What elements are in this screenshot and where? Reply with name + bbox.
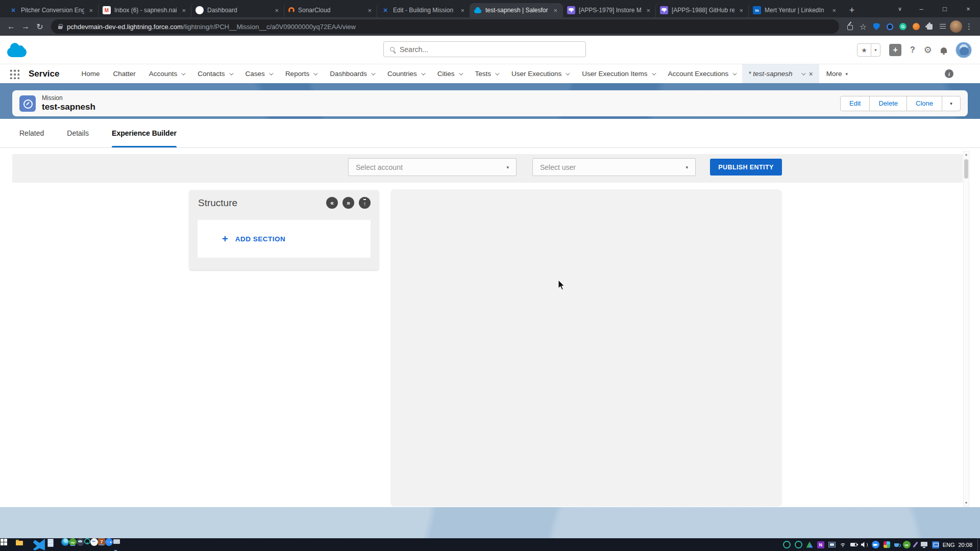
favorites-star-icon[interactable]: ★	[857, 44, 871, 56]
chevron-down-icon[interactable]	[459, 71, 463, 75]
password-extension-button[interactable]	[883, 20, 896, 33]
tab-jira-apps-1979[interactable]: [APPS-1979] Instore M ×	[562, 3, 655, 17]
teal-ring-app-icon[interactable]	[84, 538, 90, 544]
upwork-icon[interactable]: up	[69, 538, 77, 546]
tab-close-icon[interactable]: ×	[366, 7, 373, 14]
scrollbar-thumb[interactable]	[964, 159, 968, 179]
nav-item-user-executions[interactable]: User Executions	[505, 64, 575, 83]
browser-menu-icon[interactable]: ⋮	[963, 20, 976, 33]
tab-salesforce-test-sapnesh[interactable]: test-sapnesh | Salesfor ×	[470, 3, 562, 17]
edit-button[interactable]: Edit	[841, 96, 869, 111]
tab-gmail-inbox[interactable]: M Inbox (6) - sapnesh.nai ×	[98, 3, 191, 17]
chrome-icon[interactable]	[77, 538, 84, 546]
nav-item-accounts[interactable]: Accounts	[142, 64, 191, 83]
tab-close-icon[interactable]: ×	[88, 7, 94, 14]
setup-gear-icon[interactable]: ⚙	[924, 44, 932, 56]
nav-item-contacts[interactable]: Contacts	[191, 64, 238, 83]
chevron-down-icon[interactable]	[421, 71, 425, 75]
chevron-down-icon[interactable]	[566, 71, 570, 75]
onenote-icon[interactable]: N	[817, 541, 824, 548]
screenshot-tool-icon[interactable]	[828, 542, 836, 547]
new-tab-button[interactable]: +	[845, 3, 859, 17]
wifi-icon[interactable]	[840, 542, 846, 547]
tab-close-icon[interactable]: ×	[645, 7, 651, 14]
nav-item-countries[interactable]: Countries	[381, 64, 431, 83]
tab-pitcher-conversion[interactable]: × Pitcher Conversion Eng ×	[5, 3, 98, 17]
tab-jira-apps-1988[interactable]: [APPS-1988] GitHub re ×	[655, 3, 748, 17]
publish-entity-button[interactable]: PUBLISH ENTITY	[710, 159, 782, 176]
address-bar[interactable]: pchdevmain-dev-ed.lightning.force.com/li…	[51, 19, 839, 34]
nav-item-reports[interactable]: Reports	[279, 64, 323, 83]
file-explorer-icon[interactable]	[15, 538, 31, 551]
nav-item-dashboards[interactable]: Dashboards	[323, 64, 381, 83]
tab-github-dashboard[interactable]: Dashboard ×	[191, 3, 284, 17]
browser-profile-button[interactable]	[949, 20, 963, 33]
show-desktop-button[interactable]	[977, 538, 980, 551]
tab-close-icon[interactable]: ×	[181, 7, 187, 14]
nav-more-menu[interactable]: More ▾	[819, 70, 855, 78]
edge-icon[interactable]	[61, 538, 69, 546]
nav-item-cities[interactable]: Cities	[431, 64, 469, 83]
temp-tab-close-icon[interactable]: ×	[809, 70, 813, 78]
start-button[interactable]	[0, 538, 15, 551]
upwork-tray-icon[interactable]: up	[903, 541, 911, 548]
user-avatar[interactable]	[955, 42, 972, 58]
chevron-down-icon[interactable]	[801, 71, 805, 75]
reload-button[interactable]: ↻	[33, 22, 47, 32]
app-launcher-waffle-icon[interactable]	[9, 69, 19, 79]
pen-app-icon[interactable]	[913, 541, 918, 547]
chevron-down-icon[interactable]	[732, 71, 737, 75]
battery-icon[interactable]	[850, 543, 857, 546]
window-close-button[interactable]: ×	[957, 0, 980, 17]
zoom-icon[interactable]	[105, 538, 113, 546]
tab-details[interactable]: Details	[67, 119, 89, 147]
nav-item-user-execution-items[interactable]: User Execution Items	[575, 64, 661, 83]
monitor-tray-icon[interactable]	[920, 541, 928, 548]
tab-pitcher-edit-mission[interactable]: × Edit - Building Mission ×	[377, 3, 470, 17]
global-search-input[interactable]: Search...	[383, 41, 586, 57]
tab-search-icon[interactable]: ∨	[890, 0, 910, 17]
slack-icon[interactable]	[884, 541, 890, 548]
cup-app-icon[interactable]	[894, 543, 899, 547]
language-indicator[interactable]: ENG	[943, 542, 955, 548]
tab-linkedin-mert-yentur[interactable]: in Mert Yentur | LinkedIn ×	[748, 3, 841, 17]
nav-item-cases[interactable]: Cases	[239, 64, 279, 83]
scroll-to-top-icon[interactable]: ↑	[359, 197, 371, 209]
nav-item-chatter[interactable]: Chatter	[107, 64, 142, 83]
collapse-all-icon[interactable]: «	[326, 197, 338, 209]
select-user-dropdown[interactable]: Select user ▾	[532, 158, 696, 176]
tab-close-icon[interactable]: ×	[274, 7, 280, 14]
minimize-button[interactable]: –	[910, 0, 933, 17]
scroll-down-arrow-icon[interactable]: ▼	[965, 500, 968, 506]
expand-all-icon[interactable]: »	[342, 197, 354, 209]
tab-close-icon[interactable]: ×	[831, 7, 837, 14]
chevron-down-icon[interactable]	[371, 71, 375, 75]
maximize-button[interactable]: □	[933, 0, 957, 17]
scroll-up-arrow-icon[interactable]: ▲	[965, 152, 968, 158]
back-button[interactable]: ←	[4, 22, 18, 31]
chevron-down-icon[interactable]	[269, 71, 273, 75]
tab-close-icon[interactable]: ×	[738, 7, 744, 14]
adblock-extension-button[interactable]	[870, 20, 883, 33]
network-app-icon[interactable]	[932, 541, 939, 548]
global-actions-icon[interactable]: +	[889, 44, 901, 56]
tab-experience-builder[interactable]: Experience Builder	[112, 119, 177, 147]
orange-extension-button[interactable]	[910, 20, 923, 33]
tab-close-icon[interactable]: ×	[552, 7, 558, 14]
notifications-button[interactable]	[941, 47, 947, 53]
help-icon[interactable]: ?	[910, 45, 915, 55]
chevron-down-icon[interactable]	[313, 71, 317, 75]
remote-desktop-icon[interactable]	[113, 538, 128, 551]
playlist-extension-button[interactable]	[936, 20, 949, 33]
delete-button[interactable]: Delete	[869, 96, 906, 111]
extensions-button[interactable]	[923, 20, 936, 33]
notepad-icon[interactable]	[46, 538, 61, 551]
tab-close-icon[interactable]: ×	[459, 7, 465, 14]
forward-button[interactable]: →	[18, 22, 33, 31]
vscode-icon[interactable]	[31, 538, 46, 551]
teal-ring-tray-icon-2[interactable]	[795, 541, 802, 548]
google-drive-icon[interactable]	[806, 542, 813, 548]
chevron-down-icon[interactable]	[229, 71, 233, 75]
taskbar-clock[interactable]: 20:08	[958, 542, 972, 548]
teal-ring-tray-icon[interactable]	[783, 541, 791, 548]
